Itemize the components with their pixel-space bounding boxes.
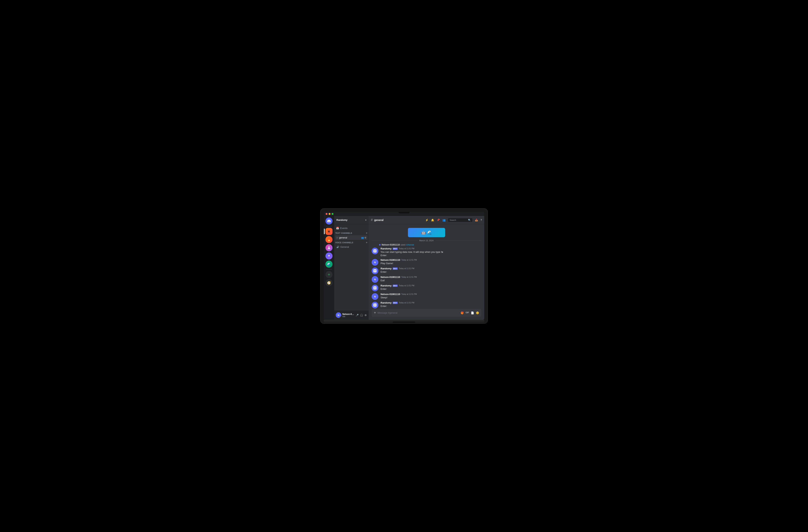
- add-voice-channel-button[interactable]: +: [366, 241, 368, 244]
- svg-rect-18: [374, 305, 375, 306]
- avatar: [372, 285, 378, 291]
- message-input[interactable]: [378, 309, 459, 317]
- user-display-name: Nelson-01...: [342, 313, 354, 316]
- server-header[interactable]: Randomy ▾: [334, 216, 369, 224]
- message-content: Randomy BOT Today at 11:51 PM Enter:: [381, 267, 481, 274]
- channel-action-icons: 👥 ⚙: [361, 236, 366, 239]
- message-author: Randomy: [381, 284, 391, 287]
- avatar: [372, 248, 378, 254]
- server-icon-3[interactable]: [326, 244, 332, 251]
- sticker-icon[interactable]: 📄: [471, 311, 474, 315]
- avatar: N: [372, 293, 378, 300]
- avatar: N: [372, 259, 378, 266]
- channel-item-general[interactable]: # general 👥 ⚙: [335, 235, 368, 240]
- events-item[interactable]: 📅 Events: [334, 226, 369, 231]
- preview-image: 🤖 🌊: [408, 228, 445, 237]
- message-time: Today at 11:51 PM: [399, 267, 414, 269]
- avatar: [372, 267, 378, 274]
- bot-badge: BOT: [393, 302, 398, 304]
- voice-channels-category[interactable]: VOICE CHANNELS +: [334, 240, 369, 245]
- avatar: N: [372, 276, 378, 283]
- date-divider-text: March 13, 2024: [419, 240, 434, 242]
- close-button[interactable]: [326, 213, 328, 215]
- message-input-area: + 🎁 GIF 📄 😊: [369, 309, 484, 320]
- user-status-indicator: [340, 317, 341, 318]
- deafen-button[interactable]: 🎧: [360, 314, 363, 317]
- search-input[interactable]: [449, 219, 467, 221]
- discover-servers-button[interactable]: 🧭: [326, 279, 332, 286]
- message-content: Randomy BOT Today at 11:51 PM You can st…: [381, 247, 481, 257]
- emoji-icon[interactable]: 😊: [476, 311, 479, 315]
- message-content: Nelson-01001110 Today at 11:51 PM Sleep!: [381, 293, 481, 300]
- message-time: Today at 11:51 PM: [399, 285, 414, 287]
- system-message-action: used: [401, 244, 405, 246]
- gift-icon[interactable]: 🎁: [461, 311, 464, 315]
- svg-point-9: [375, 270, 376, 271]
- message-header: Randomy BOT Today at 11:51 PM: [381, 267, 481, 270]
- channel-edit-icon[interactable]: ⚙: [364, 236, 366, 239]
- text-channels-category[interactable]: TEXT CHANNELS +: [334, 231, 369, 235]
- message-header: Nelson-01001110 Today at 11:51 PM: [381, 276, 481, 279]
- message-input-box: + 🎁 GIF 📄 😊: [372, 309, 481, 317]
- svg-point-13: [375, 287, 376, 288]
- channel-name-general: general: [339, 236, 360, 239]
- svg-rect-7: [373, 269, 377, 272]
- voice-channel-name-general: General: [340, 246, 366, 248]
- add-server-button[interactable]: +: [326, 271, 332, 278]
- channel-header-name: general: [374, 218, 384, 222]
- discord-app: R 🔥 🌊 + 🧭 Randomy ▾: [324, 216, 484, 320]
- svg-point-2: [329, 255, 329, 256]
- gif-icon[interactable]: GIF: [466, 311, 469, 315]
- svg-rect-3: [373, 249, 377, 253]
- search-bar[interactable]: 🔍: [448, 218, 472, 222]
- message-author: Nelson-01001110: [381, 259, 400, 261]
- message-author: Randomy: [381, 247, 391, 250]
- inbox-icon[interactable]: 📥: [475, 218, 478, 221]
- message-group: Randomy BOT Today at 11:51 PM You can st…: [369, 246, 484, 258]
- message-content: Randomy BOT Today at 11:51 PM Enter:: [381, 284, 481, 291]
- channel-settings-icon[interactable]: 👥: [361, 236, 364, 239]
- threads-icon[interactable]: ⚡: [425, 218, 428, 222]
- message-text: Enter:: [381, 304, 481, 308]
- screen: R 🔥 🌊 + 🧭 Randomy ▾: [324, 212, 484, 320]
- maximize-button[interactable]: [332, 213, 333, 215]
- server-icon-4[interactable]: [326, 252, 332, 260]
- server-separator: [326, 226, 332, 226]
- user-settings-button[interactable]: ⚙: [364, 314, 367, 317]
- add-text-channel-button[interactable]: +: [366, 231, 368, 235]
- message-group: N Nelson-01001110 Today at 11:51 PM Play…: [369, 258, 484, 266]
- server-icon-2[interactable]: 🔥: [326, 236, 332, 243]
- message-group: Randomy BOT Today at 11:51 PM Enter:: [369, 266, 484, 275]
- notifications-icon[interactable]: 🔔: [431, 218, 434, 222]
- server-icon-5[interactable]: 🌊: [326, 261, 332, 268]
- message-group: N Nelson-01001110 Today at 11:51 PM Slee…: [369, 292, 484, 301]
- system-dot: [379, 244, 381, 246]
- members-icon[interactable]: 👥: [442, 218, 445, 222]
- input-action-icons: 🎁 GIF 📄 😊: [461, 311, 479, 315]
- server-dropdown-icon: ▾: [365, 219, 366, 221]
- system-message: Nelson-01001110 used /choose: [369, 243, 484, 246]
- svg-point-8: [374, 270, 375, 271]
- mute-button[interactable]: 🎤: [355, 314, 359, 317]
- svg-rect-14: [374, 288, 375, 289]
- discord-home-button[interactable]: [326, 217, 332, 225]
- user-info: Nelson-01... Idle: [342, 313, 354, 318]
- preview-image-area: 🤖 🌊: [369, 226, 484, 238]
- message-time: Today at 11:51 PM: [401, 276, 417, 278]
- channel-item-general-voice[interactable]: 🔊 General: [335, 245, 368, 249]
- minimize-button[interactable]: [329, 213, 330, 215]
- message-content: Nelson-01001110 Today at 11:51 PM Eat!: [381, 276, 481, 283]
- help-icon[interactable]: ?: [480, 218, 482, 221]
- user-avatar-letter: N: [337, 314, 339, 317]
- channel-header: # general ⚡ 🔔 📌 👥 🔍 📥 ?: [369, 216, 484, 224]
- message-time: Today at 11:51 PM: [399, 248, 414, 250]
- svg-rect-15: [373, 304, 377, 307]
- message-header: Randomy BOT Today at 11:51 PM: [381, 284, 481, 287]
- server-icon-randomy[interactable]: R: [326, 228, 332, 235]
- pins-icon[interactable]: 📌: [437, 218, 440, 221]
- search-icon: 🔍: [468, 219, 471, 221]
- message-content: Nelson-01001110 Today at 11:51 PM Play G…: [381, 259, 481, 266]
- bot-badge: BOT: [393, 248, 398, 250]
- message-text: Enter:: [381, 270, 481, 273]
- add-attachment-button[interactable]: +: [374, 309, 376, 317]
